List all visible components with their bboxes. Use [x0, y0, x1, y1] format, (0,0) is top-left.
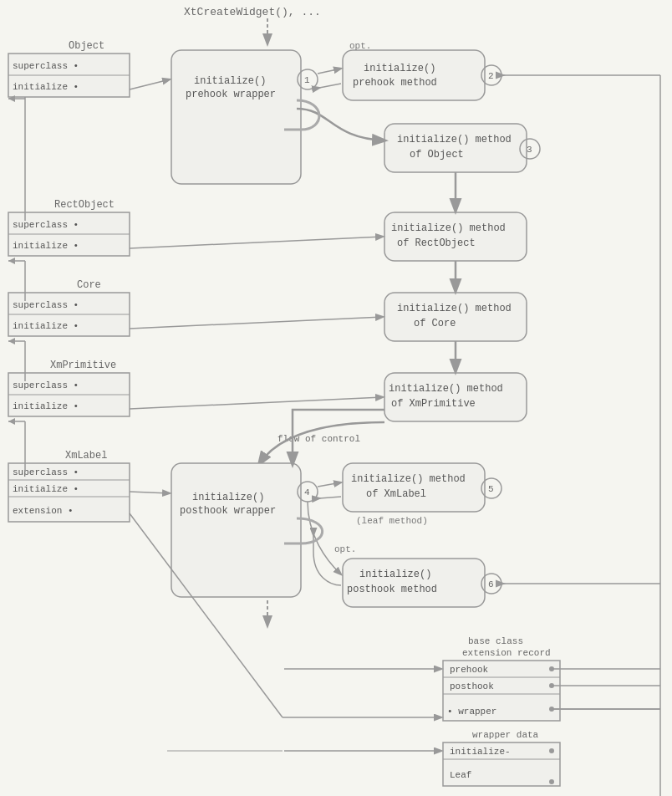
- num2: 2: [488, 71, 494, 81]
- base-class-record-label: base class: [468, 636, 523, 646]
- posthook-field: posthook: [450, 681, 494, 691]
- xmlabel-method-label2: of XmLabel: [366, 488, 426, 500]
- object-method-label2: of Object: [410, 149, 464, 161]
- base-class-record-label2: extension record: [462, 648, 551, 658]
- num3: 3: [527, 145, 532, 155]
- svg-rect-11: [384, 124, 527, 172]
- svg-rect-34: [384, 373, 527, 421]
- posthook-method-label: initialize(): [359, 569, 431, 580]
- prehook-method-label2: prehook method: [353, 77, 437, 89]
- core-initialize: initialize •: [13, 321, 79, 331]
- svg-rect-18: [384, 212, 527, 261]
- object-method-label: initialize() method: [397, 134, 512, 145]
- xmprimitive-label: XmPrimitive: [50, 360, 116, 371]
- opt1-label: opt.: [349, 41, 371, 51]
- xmprimitive-method-label: initialize() method: [389, 383, 503, 395]
- svg-rect-43: [171, 463, 301, 597]
- rectobject-method-label: initialize() method: [391, 222, 506, 234]
- leaf-method-label: (leaf method): [356, 516, 428, 526]
- xmprimitive-initialize: initialize •: [13, 401, 79, 411]
- posthook-method-label2: posthook method: [347, 584, 437, 595]
- object-label: Object: [69, 40, 104, 52]
- initialize-leaf-label: initialize-: [450, 747, 511, 757]
- core-method-label: initialize() method: [397, 303, 512, 314]
- xt-create-label: XtCreateWidget(), ...: [184, 6, 321, 18]
- prehook-wrapper-label: initialize(): [194, 75, 266, 87]
- prehook-field: prehook: [450, 665, 489, 675]
- svg-point-65: [549, 748, 554, 753]
- posthook-wrapper-label: initialize(): [192, 492, 264, 503]
- core-method-label2: of Core: [414, 318, 456, 329]
- xmlabel-method-label: initialize() method: [351, 473, 466, 485]
- num4: 4: [304, 487, 310, 498]
- rectobject-initialize: initialize •: [13, 241, 79, 251]
- num6: 6: [488, 579, 494, 589]
- xmlabel-label: XmLabel: [65, 450, 107, 462]
- xmprimitive-method-label2: of XmPrimitive: [391, 398, 476, 410]
- diagram: XtCreateWidget(), ... Object superclass …: [0, 0, 672, 796]
- num5: 5: [488, 484, 494, 494]
- num1: 1: [304, 75, 310, 85]
- prehook-wrapper-label2: prehook wrapper: [186, 89, 276, 100]
- svg-point-66: [549, 779, 554, 784]
- xmlabel-extension: extension •: [13, 506, 74, 516]
- wrapper-field: • wrapper: [447, 707, 496, 717]
- svg-rect-50: [343, 559, 485, 607]
- svg-rect-45: [343, 463, 485, 512]
- xmprimitive-superclass: superclass •: [13, 380, 79, 390]
- rectobject-label: RectObject: [54, 199, 115, 211]
- posthook-wrapper-label2: posthook wrapper: [180, 505, 276, 517]
- rectobject-method-label2: of RectObject: [397, 237, 476, 249]
- svg-rect-26: [384, 293, 527, 341]
- wrapper-data-label: wrapper data: [472, 730, 539, 740]
- object-superclass: superclass •: [13, 61, 79, 71]
- svg-rect-6: [343, 50, 485, 100]
- object-initialize: initialize •: [13, 82, 79, 92]
- xmlabel-superclass: superclass •: [13, 467, 79, 477]
- prehook-method-label: initialize(): [364, 63, 435, 74]
- core-superclass: superclass •: [13, 300, 79, 310]
- initialize-leaf-label2: Leaf: [450, 770, 471, 780]
- opt2-label: opt.: [334, 544, 356, 554]
- xmlabel-initialize: initialize •: [13, 484, 79, 494]
- core-label: Core: [77, 279, 101, 291]
- rectobject-superclass: superclass •: [13, 220, 79, 230]
- svg-rect-4: [171, 50, 301, 184]
